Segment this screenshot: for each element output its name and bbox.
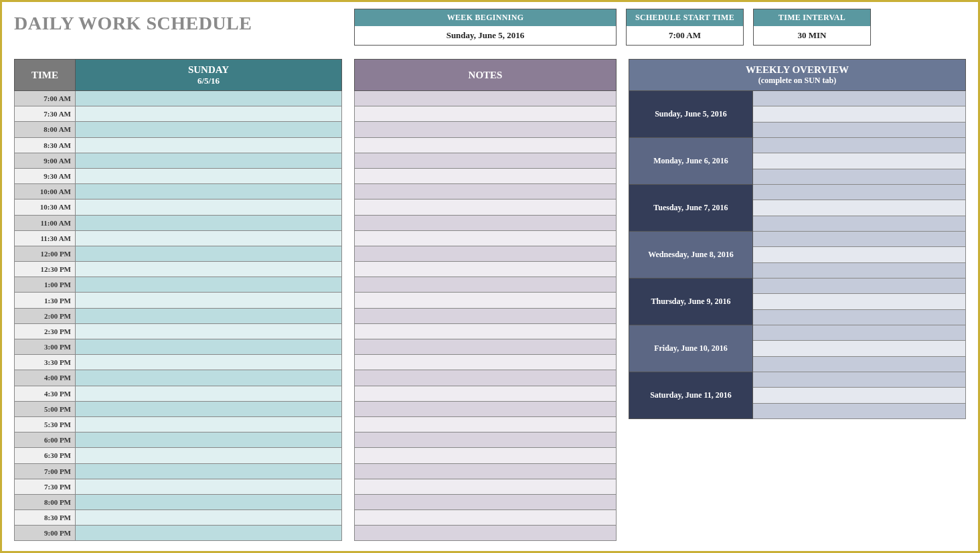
note-row[interactable] bbox=[354, 495, 617, 510]
weekly-cell[interactable] bbox=[753, 372, 966, 388]
note-row[interactable] bbox=[354, 293, 617, 308]
schedule-row: 3:30 PM bbox=[14, 355, 342, 370]
weekly-cell[interactable] bbox=[753, 153, 966, 169]
schedule-cell[interactable] bbox=[76, 122, 342, 137]
schedule-cell[interactable] bbox=[76, 277, 342, 293]
schedule-cell[interactable] bbox=[76, 479, 342, 495]
weekly-cell[interactable] bbox=[753, 279, 966, 294]
schedule-cell[interactable] bbox=[76, 138, 342, 153]
schedule-row: 2:30 PM bbox=[14, 324, 342, 339]
weekly-subtitle: (complete on SUN tab) bbox=[758, 76, 836, 86]
week-beginning-value[interactable]: Sunday, June 5, 2016 bbox=[355, 26, 616, 45]
schedule-cell[interactable] bbox=[76, 510, 342, 526]
weekly-cell[interactable] bbox=[753, 91, 966, 106]
note-row[interactable] bbox=[354, 231, 617, 246]
note-row[interactable] bbox=[354, 122, 617, 137]
note-row[interactable] bbox=[354, 370, 617, 386]
weekly-cell[interactable] bbox=[753, 325, 966, 341]
weekly-row: Friday, June 10, 2016 bbox=[629, 325, 966, 372]
time-cell: 7:00 PM bbox=[14, 464, 76, 479]
note-row[interactable] bbox=[354, 402, 617, 417]
schedule-row: 7:00 PM bbox=[14, 464, 342, 479]
interval-box: TIME INTERVAL 30 MIN bbox=[753, 9, 871, 46]
schedule-row: 4:00 PM bbox=[14, 370, 342, 386]
weekly-cell[interactable] bbox=[753, 106, 966, 122]
weekly-cell[interactable] bbox=[753, 247, 966, 262]
weekly-day-label: Friday, June 10, 2016 bbox=[629, 325, 753, 372]
schedule-cell[interactable] bbox=[76, 417, 342, 432]
note-row[interactable] bbox=[354, 417, 617, 432]
interval-value[interactable]: 30 MIN bbox=[754, 26, 870, 45]
weekly-cell[interactable] bbox=[753, 123, 966, 138]
weekly-cell[interactable] bbox=[753, 357, 966, 372]
note-row[interactable] bbox=[354, 246, 617, 262]
note-row[interactable] bbox=[354, 262, 617, 277]
schedule-cell[interactable] bbox=[76, 432, 342, 448]
note-row[interactable] bbox=[354, 106, 617, 122]
weekly-cell[interactable] bbox=[753, 185, 966, 200]
schedule-cell[interactable] bbox=[76, 495, 342, 510]
schedule-cell[interactable] bbox=[76, 293, 342, 308]
start-time-value[interactable]: 7:00 AM bbox=[627, 26, 743, 45]
schedule-cell[interactable] bbox=[76, 231, 342, 246]
note-row[interactable] bbox=[354, 355, 617, 370]
note-row[interactable] bbox=[354, 448, 617, 463]
schedule-cell[interactable] bbox=[76, 464, 342, 479]
weekly-header: WEEKLY OVERVIEW (complete on SUN tab) bbox=[629, 59, 966, 91]
schedule-cell[interactable] bbox=[76, 91, 342, 106]
note-row[interactable] bbox=[354, 216, 617, 231]
note-row[interactable] bbox=[354, 153, 617, 169]
weekly-day-label: Monday, June 6, 2016 bbox=[629, 138, 753, 185]
weekly-cell[interactable] bbox=[753, 341, 966, 356]
schedule-row: 1:30 PM bbox=[14, 293, 342, 308]
weekly-cell[interactable] bbox=[753, 232, 966, 247]
weekly-cell[interactable] bbox=[753, 216, 966, 232]
schedule-cell[interactable] bbox=[76, 448, 342, 463]
schedule-row: 7:00 AM bbox=[14, 91, 342, 106]
note-row[interactable] bbox=[354, 464, 617, 479]
weekly-cell[interactable] bbox=[753, 404, 966, 419]
note-row[interactable] bbox=[354, 479, 617, 495]
schedule-cell[interactable] bbox=[76, 309, 342, 324]
start-time-label: SCHEDULE START TIME bbox=[627, 9, 743, 26]
schedule-cell[interactable] bbox=[76, 526, 342, 541]
note-row[interactable] bbox=[354, 432, 617, 448]
note-row[interactable] bbox=[354, 309, 617, 324]
schedule-cell[interactable] bbox=[76, 200, 342, 215]
weekly-cell[interactable] bbox=[753, 200, 966, 216]
note-row[interactable] bbox=[354, 91, 617, 106]
schedule-cell[interactable] bbox=[76, 153, 342, 169]
schedule-cell[interactable] bbox=[76, 216, 342, 231]
note-row[interactable] bbox=[354, 526, 617, 541]
schedule-cell[interactable] bbox=[76, 184, 342, 200]
note-row[interactable] bbox=[354, 138, 617, 153]
schedule-cell[interactable] bbox=[76, 262, 342, 277]
schedule-row: 6:30 PM bbox=[14, 448, 342, 463]
weekly-cell[interactable] bbox=[753, 388, 966, 403]
schedule-cell[interactable] bbox=[76, 246, 342, 262]
schedule-cell[interactable] bbox=[76, 324, 342, 339]
note-row[interactable] bbox=[354, 339, 617, 355]
weekly-cell[interactable] bbox=[753, 310, 966, 325]
note-row[interactable] bbox=[354, 184, 617, 200]
weekly-cell[interactable] bbox=[753, 138, 966, 153]
schedule-cell[interactable] bbox=[76, 339, 342, 355]
schedule-cell[interactable] bbox=[76, 402, 342, 417]
weekly-cell[interactable] bbox=[753, 294, 966, 309]
schedule-cell[interactable] bbox=[76, 106, 342, 122]
schedule-cell[interactable] bbox=[76, 370, 342, 386]
schedule-cell[interactable] bbox=[76, 386, 342, 402]
weekly-cell[interactable] bbox=[753, 263, 966, 279]
weekly-cell[interactable] bbox=[753, 169, 966, 185]
schedule-cell[interactable] bbox=[76, 355, 342, 370]
note-row[interactable] bbox=[354, 386, 617, 402]
note-row[interactable] bbox=[354, 510, 617, 526]
note-row[interactable] bbox=[354, 277, 617, 293]
time-cell: 2:30 PM bbox=[14, 324, 76, 339]
schedule-cell[interactable] bbox=[76, 169, 342, 184]
notes-header: NOTES bbox=[354, 59, 617, 91]
note-row[interactable] bbox=[354, 324, 617, 339]
note-row[interactable] bbox=[354, 200, 617, 215]
start-time-box: SCHEDULE START TIME 7:00 AM bbox=[626, 9, 744, 46]
note-row[interactable] bbox=[354, 169, 617, 184]
